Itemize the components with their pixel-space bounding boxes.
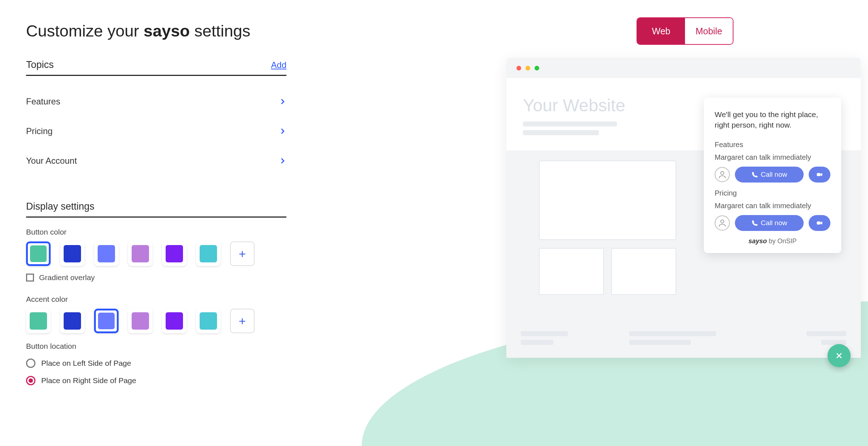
skeleton-card bbox=[539, 160, 676, 240]
traffic-green-icon bbox=[535, 66, 539, 70]
chevron-right-icon bbox=[278, 157, 286, 165]
svg-rect-3 bbox=[817, 222, 821, 224]
skeleton-line bbox=[629, 340, 691, 345]
sayso-widget: We'll get you to the right place, right … bbox=[704, 98, 841, 253]
svg-point-0 bbox=[721, 171, 724, 175]
topic-label: Features bbox=[26, 97, 60, 107]
gradient-label: Gradient overlay bbox=[39, 273, 95, 282]
radio-icon[interactable] bbox=[26, 376, 35, 385]
skeleton-line bbox=[807, 331, 846, 336]
button-location-label: Button location bbox=[26, 342, 286, 351]
skeleton-line bbox=[821, 340, 846, 345]
display-settings-header: Display settings bbox=[26, 201, 286, 218]
swatch-violet[interactable] bbox=[162, 241, 187, 266]
traffic-lights bbox=[516, 66, 539, 70]
video-call-button[interactable] bbox=[809, 167, 830, 183]
location-option-right[interactable]: Place on Right Side of Page bbox=[26, 376, 286, 385]
footer-by: by OnSIP bbox=[767, 237, 797, 245]
call-label: Call now bbox=[761, 219, 787, 227]
skeleton-line bbox=[521, 340, 553, 345]
phone-icon bbox=[752, 171, 758, 178]
swatch-blue[interactable] bbox=[60, 241, 85, 266]
chevron-right-icon bbox=[278, 98, 286, 106]
accent-color-swatches: + bbox=[26, 309, 286, 333]
button-color-label: Button color bbox=[26, 228, 286, 236]
traffic-yellow-icon bbox=[526, 66, 530, 70]
location-option-left[interactable]: Place on Left Side of Page bbox=[26, 359, 286, 368]
checkbox-icon[interactable] bbox=[26, 274, 34, 282]
footer-brand: sayso bbox=[748, 237, 767, 245]
swatch-cyan[interactable] bbox=[196, 241, 221, 266]
widget-heading: We'll get you to the right place, right … bbox=[715, 109, 830, 130]
avatar-icon bbox=[715, 215, 730, 231]
camera-icon bbox=[816, 171, 823, 178]
close-widget-button[interactable] bbox=[827, 344, 851, 367]
widget-sub: Margaret can talk immediately bbox=[715, 202, 830, 210]
traffic-red-icon bbox=[516, 66, 521, 70]
swatch-lavender[interactable] bbox=[128, 309, 153, 333]
title-bold: sayso bbox=[144, 22, 190, 40]
add-color-button[interactable]: + bbox=[230, 241, 255, 266]
topic-row-account[interactable]: Your Account bbox=[26, 146, 286, 176]
svg-rect-1 bbox=[817, 173, 821, 176]
avatar-icon bbox=[715, 167, 730, 182]
gradient-overlay-row[interactable]: Gradient overlay bbox=[26, 273, 286, 282]
widget-section-pricing: Pricing bbox=[715, 189, 830, 197]
swatch-teal[interactable] bbox=[26, 309, 51, 333]
camera-icon bbox=[816, 219, 823, 227]
radio-icon[interactable] bbox=[26, 359, 35, 368]
page-title: Customize your sayso settings bbox=[26, 22, 286, 40]
phone-icon bbox=[752, 220, 758, 226]
skeleton-line bbox=[523, 121, 617, 126]
button-color-swatches: + bbox=[26, 241, 286, 266]
call-label: Call now bbox=[761, 171, 787, 179]
topic-row-pricing[interactable]: Pricing bbox=[26, 116, 286, 146]
video-call-button[interactable] bbox=[809, 215, 830, 231]
topics-label: Topics bbox=[26, 59, 54, 70]
site-title-placeholder: Your Website bbox=[523, 95, 625, 115]
display-settings-label: Display settings bbox=[26, 201, 286, 212]
device-toggle: Web Mobile bbox=[637, 17, 733, 45]
skeleton-line bbox=[523, 130, 599, 135]
skeleton-card bbox=[611, 248, 676, 295]
title-pre: Customize your bbox=[26, 22, 144, 40]
swatch-periwinkle[interactable] bbox=[94, 241, 119, 266]
title-post: settings bbox=[190, 22, 251, 40]
chevron-right-icon bbox=[278, 127, 286, 135]
call-now-button[interactable]: Call now bbox=[735, 167, 804, 183]
location-right-label: Place on Right Side of Page bbox=[41, 376, 136, 385]
topics-header: Topics Add bbox=[26, 59, 286, 76]
close-icon bbox=[834, 351, 844, 360]
add-color-button[interactable]: + bbox=[230, 309, 255, 333]
swatch-lavender[interactable] bbox=[128, 241, 153, 266]
widget-sub: Margaret can talk immediately bbox=[715, 153, 830, 162]
browser-preview: Your Website We'll get you to the right … bbox=[506, 58, 861, 358]
svg-point-2 bbox=[721, 220, 724, 223]
swatch-cyan[interactable] bbox=[196, 309, 221, 333]
topic-label: Pricing bbox=[26, 126, 52, 136]
toggle-mobile[interactable]: Mobile bbox=[685, 18, 733, 44]
swatch-teal[interactable] bbox=[26, 241, 51, 266]
call-now-button[interactable]: Call now bbox=[735, 215, 804, 231]
skeleton-line bbox=[629, 331, 716, 336]
skeleton-card bbox=[539, 248, 604, 295]
toggle-web[interactable]: Web bbox=[637, 18, 685, 44]
topic-row-features[interactable]: Features bbox=[26, 87, 286, 116]
skeleton-line bbox=[521, 331, 568, 336]
accent-color-label: Accent color bbox=[26, 295, 286, 304]
widget-section-features: Features bbox=[715, 141, 830, 149]
location-left-label: Place on Left Side of Page bbox=[41, 359, 131, 368]
topic-label: Your Account bbox=[26, 156, 77, 166]
add-topic-link[interactable]: Add bbox=[271, 60, 286, 70]
widget-footer: sayso by OnSIP bbox=[715, 237, 830, 245]
swatch-periwinkle[interactable] bbox=[94, 309, 119, 333]
swatch-violet[interactable] bbox=[162, 309, 187, 333]
swatch-blue[interactable] bbox=[60, 309, 85, 333]
